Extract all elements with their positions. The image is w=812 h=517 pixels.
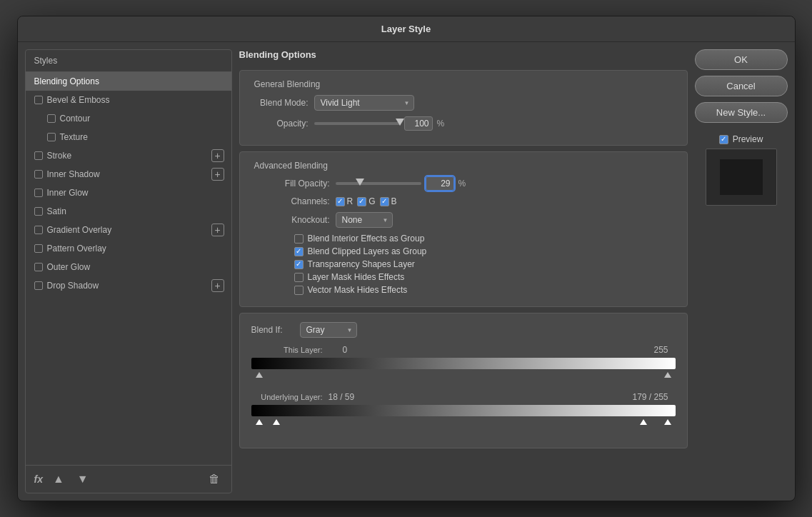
stroke-add-button[interactable]: + <box>211 149 224 162</box>
texture-checkbox[interactable] <box>47 133 56 141</box>
channel-b-label: B <box>391 196 397 206</box>
underlying-right-arrow-1[interactable] <box>640 419 647 425</box>
drop-shadow-checkbox[interactable] <box>34 281 43 290</box>
layer-style-dialog: Layer Style Styles Blending Options Beve… <box>17 16 796 501</box>
sidebar-item-inner-shadow[interactable]: Inner Shadow + <box>26 165 231 184</box>
sidebar-item-outer-glow[interactable]: Outer Glow <box>26 258 231 276</box>
blend-mode-select[interactable]: Vivid Light <box>314 95 414 111</box>
sidebar-item-texture[interactable]: Texture <box>26 128 231 146</box>
delete-button[interactable]: 🗑 <box>206 471 223 487</box>
fill-opacity-unit: % <box>458 179 466 189</box>
drop-shadow-add-button[interactable]: + <box>211 279 224 292</box>
outer-glow-checkbox[interactable] <box>34 263 43 271</box>
knockout-select-wrapper: None <box>336 212 393 228</box>
blend-mode-label: Blend Mode: <box>251 98 309 108</box>
layer-mask-checkbox[interactable] <box>294 273 304 282</box>
sidebar-item-contour[interactable]: Contour <box>26 109 231 128</box>
styles-panel: Styles Blending Options Bevel & Emboss C… <box>25 49 232 493</box>
opacity-input[interactable] <box>404 116 433 131</box>
styles-list: Blending Options Bevel & Emboss Contour … <box>26 72 231 465</box>
sidebar-item-satin[interactable]: Satin <box>26 202 231 221</box>
preview-checkbox[interactable] <box>719 135 728 144</box>
fill-opacity-label: Fill Opacity: <box>251 179 330 189</box>
this-layer-gradient-bar[interactable] <box>251 358 676 369</box>
inner-shadow-checkbox[interactable] <box>34 170 43 179</box>
this-layer-label: This Layer: <box>251 346 323 354</box>
stroke-checkbox[interactable] <box>34 151 43 160</box>
fill-opacity-slider-container: % <box>336 176 676 191</box>
stroke-label: Stroke <box>47 151 72 161</box>
blend-interior-checkbox[interactable] <box>294 234 304 244</box>
channel-b-checkbox[interactable] <box>380 197 389 206</box>
sidebar-item-inner-glow[interactable]: Inner Glow <box>26 184 231 202</box>
fill-opacity-slider-thumb[interactable] <box>356 179 364 186</box>
pattern-overlay-checkbox[interactable] <box>34 244 43 253</box>
preview-area: Preview <box>695 134 788 206</box>
fx-label: fx <box>34 473 43 485</box>
opacity-label: Opacity: <box>251 119 309 129</box>
bevel-emboss-label: Bevel & Emboss <box>47 95 110 105</box>
blend-clipped-checkbox[interactable] <box>294 247 304 256</box>
opacity-row: Opacity: % <box>251 116 676 131</box>
main-content: Blending Options General Blending Blend … <box>239 49 688 493</box>
underlying-layer-arrows <box>251 419 676 428</box>
dialog-body: Styles Blending Options Bevel & Emboss C… <box>18 42 795 501</box>
texture-label: Texture <box>60 132 88 142</box>
blending-options-label: Blending Options <box>34 76 99 86</box>
blend-if-select-wrapper: Gray <box>300 322 357 338</box>
inner-glow-checkbox[interactable] <box>34 189 43 197</box>
underlying-right-arrow-2[interactable] <box>664 419 671 425</box>
underlying-layer-gradient-bar[interactable] <box>251 405 676 416</box>
sidebar-item-gradient-overlay[interactable]: Gradient Overlay + <box>26 221 231 239</box>
blend-if-section: Blend If: Gray This Layer: 0 255 <box>239 313 688 448</box>
underlying-left-values: 18 / 59 <box>329 392 355 402</box>
fill-opacity-input[interactable] <box>426 176 454 191</box>
sidebar-item-pattern-overlay[interactable]: Pattern Overlay <box>26 239 231 258</box>
sidebar-item-drop-shadow[interactable]: Drop Shadow + <box>26 276 231 295</box>
new-style-button[interactable]: New Style... <box>695 102 788 123</box>
transparency-shapes-checkbox[interactable] <box>294 260 304 269</box>
bevel-emboss-checkbox[interactable] <box>34 96 43 104</box>
move-down-button[interactable]: ▼ <box>74 471 91 487</box>
drop-shadow-label: Drop Shadow <box>47 281 99 291</box>
channels-label: Channels: <box>251 196 330 206</box>
underlying-left-arrow-2[interactable] <box>273 419 280 425</box>
fill-opacity-slider-track[interactable] <box>336 182 421 185</box>
underlying-left-arrow-1[interactable] <box>256 419 263 425</box>
opacity-slider-track[interactable] <box>314 122 400 125</box>
channel-r-checkbox[interactable] <box>336 197 345 206</box>
sidebar-item-bevel-emboss[interactable]: Bevel & Emboss <box>26 91 231 109</box>
satin-label: Satin <box>47 206 66 216</box>
cancel-button[interactable]: Cancel <box>695 76 788 96</box>
channel-g-label: G <box>369 196 375 206</box>
channel-g-checkbox[interactable] <box>357 197 366 206</box>
layer-mask-label: Layer Mask Hides Effects <box>308 272 405 282</box>
gradient-overlay-checkbox[interactable] <box>34 226 43 234</box>
contour-checkbox[interactable] <box>47 114 56 123</box>
advanced-blending-section: Advanced Blending Fill Opacity: % Channe… <box>239 151 688 307</box>
gradient-overlay-label: Gradient Overlay <box>47 225 112 235</box>
sidebar-item-stroke[interactable]: Stroke + <box>26 146 231 165</box>
move-up-button[interactable]: ▲ <box>50 471 67 487</box>
sidebar-item-blending-options[interactable]: Blending Options <box>26 72 231 91</box>
vector-mask-checkbox[interactable] <box>294 286 304 295</box>
this-layer-left-arrow[interactable] <box>256 372 263 378</box>
inner-shadow-add-button[interactable]: + <box>211 168 224 181</box>
knockout-select[interactable]: None <box>336 212 393 228</box>
ok-button[interactable]: OK <box>695 49 788 70</box>
pattern-overlay-label: Pattern Overlay <box>47 244 106 254</box>
this-layer-right-arrow[interactable] <box>664 372 671 378</box>
channels-container: R G B <box>336 196 397 206</box>
blend-if-select[interactable]: Gray <box>300 322 357 338</box>
preview-label-row: Preview <box>719 134 763 144</box>
underlying-right-values: 179 / 255 <box>632 392 668 402</box>
blend-if-label: Blend If: <box>251 325 294 335</box>
general-blending-section: General Blending Blend Mode: Vivid Light… <box>239 70 688 146</box>
blend-mode-select-wrapper: Vivid Light <box>314 95 414 111</box>
gradient-overlay-add-button[interactable]: + <box>211 224 224 236</box>
knockout-row: Knockout: None <box>251 212 676 228</box>
underlying-layer-container: Underlying Layer: 18 / 59 179 / 255 <box>251 392 676 428</box>
satin-checkbox[interactable] <box>34 207 43 216</box>
opacity-slider-thumb[interactable] <box>396 119 404 126</box>
underlying-layer-label: Underlying Layer: <box>251 393 323 401</box>
